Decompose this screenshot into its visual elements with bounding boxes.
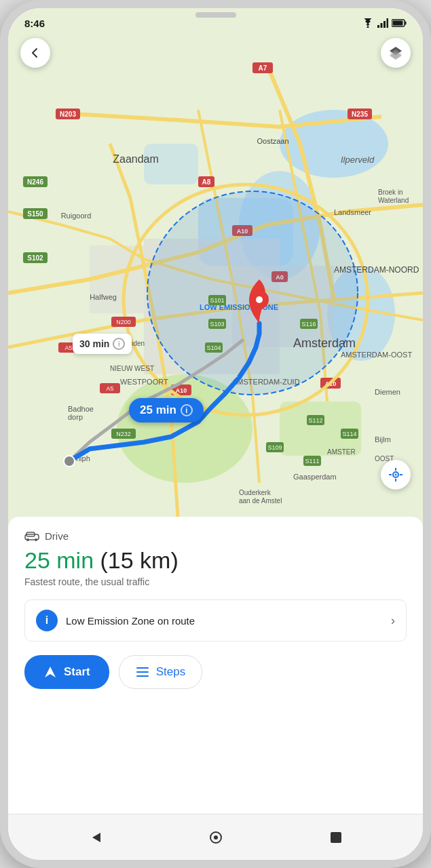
svg-text:Zaandam: Zaandam bbox=[113, 153, 159, 165]
phone-frame: 8:46 bbox=[0, 0, 431, 868]
main-route-bubble[interactable]: 25 min i bbox=[129, 398, 204, 422]
svg-text:S104: S104 bbox=[206, 344, 221, 351]
nav-recents-button[interactable] bbox=[322, 824, 350, 851]
map-layers-button[interactable] bbox=[381, 38, 411, 68]
top-speaker bbox=[195, 12, 236, 18]
svg-point-95 bbox=[256, 296, 263, 303]
svg-text:A8: A8 bbox=[202, 178, 211, 186]
route-description: Fastest route, the usual traffic bbox=[24, 576, 407, 587]
status-icons bbox=[362, 18, 407, 28]
svg-rect-1 bbox=[377, 25, 379, 28]
svg-text:NIEUW WEST: NIEUW WEST bbox=[110, 365, 154, 372]
battery-icon bbox=[392, 19, 407, 27]
svg-rect-116 bbox=[331, 832, 341, 843]
map-svg: N203 A7 N235 A8 A10 A0 A10 A10 bbox=[8, 8, 423, 530]
nav-back-button[interactable] bbox=[82, 824, 109, 851]
svg-text:S109: S109 bbox=[267, 444, 282, 451]
svg-text:AMSTER: AMSTER bbox=[327, 448, 356, 456]
svg-point-108 bbox=[35, 538, 37, 541]
svg-text:Broek in: Broek in bbox=[378, 189, 403, 196]
svg-text:A7: A7 bbox=[259, 64, 267, 72]
svg-text:Waterland: Waterland bbox=[378, 197, 409, 204]
svg-text:Halfweg: Halfweg bbox=[90, 293, 117, 301]
svg-text:aan de Amstel: aan de Amstel bbox=[239, 497, 282, 505]
start-button[interactable]: Start bbox=[24, 655, 109, 689]
svg-text:Gaasperdam: Gaasperdam bbox=[293, 473, 337, 481]
svg-text:S103: S103 bbox=[210, 321, 224, 328]
svg-text:S116: S116 bbox=[301, 321, 316, 328]
svg-rect-4 bbox=[387, 18, 389, 28]
svg-text:N235: N235 bbox=[352, 111, 368, 118]
svg-text:AMSTERDAM-OOST: AMSTERDAM-OOST bbox=[341, 351, 412, 359]
svg-text:Diemen: Diemen bbox=[375, 388, 400, 396]
route-duration-time: 25 min bbox=[24, 547, 94, 573]
svg-marker-113 bbox=[92, 833, 100, 842]
svg-rect-2 bbox=[381, 23, 383, 28]
svg-text:WESTPOORT: WESTPOORT bbox=[120, 378, 168, 386]
status-time: 8:46 bbox=[24, 18, 45, 29]
steps-button[interactable]: Steps bbox=[119, 655, 202, 689]
nav-home-button[interactable] bbox=[202, 824, 229, 851]
svg-text:A5: A5 bbox=[106, 385, 113, 392]
nav-bar bbox=[8, 814, 423, 860]
svg-text:Amsterdam: Amsterdam bbox=[293, 336, 356, 350]
alt-route-bubble[interactable]: 30 min i bbox=[73, 334, 132, 354]
bottom-panel: Drive 25 min (15 km) Fastest route, the … bbox=[8, 517, 423, 860]
svg-rect-7 bbox=[405, 22, 407, 25]
map-background: N203 A7 N235 A8 A10 A0 A10 A10 bbox=[8, 8, 423, 530]
alt-route-time: 30 min bbox=[79, 338, 109, 349]
svg-text:S111: S111 bbox=[305, 458, 319, 465]
route-duration-distance: (15 km) bbox=[100, 547, 179, 573]
svg-point-100 bbox=[395, 474, 397, 476]
svg-text:S102: S102 bbox=[27, 254, 43, 262]
svg-point-115 bbox=[214, 835, 218, 840]
svg-text:N232: N232 bbox=[116, 431, 131, 437]
svg-text:dorp: dorp bbox=[68, 413, 83, 421]
lez-left: i Low Emission Zone on route bbox=[36, 610, 195, 631]
map-container: N203 A7 N235 A8 A10 A0 A10 A10 bbox=[8, 8, 423, 530]
route-duration-row: 25 min (15 km) bbox=[24, 547, 407, 574]
drive-text: Drive bbox=[45, 530, 69, 542]
svg-point-107 bbox=[26, 538, 29, 541]
map-back-button[interactable] bbox=[20, 38, 50, 68]
svg-text:S114: S114 bbox=[342, 431, 356, 437]
navigation-icon bbox=[43, 665, 57, 679]
drive-label-row: Drive bbox=[24, 530, 407, 542]
action-buttons-row: Start Steps bbox=[24, 655, 407, 700]
svg-point-93 bbox=[64, 456, 75, 467]
main-route-time: 25 min bbox=[140, 403, 176, 417]
svg-text:Ruigoord: Ruigoord bbox=[61, 212, 92, 220]
svg-text:Ilperveld: Ilperveld bbox=[341, 155, 375, 165]
svg-text:AMSTERDAM-NOORD: AMSTERDAM-NOORD bbox=[334, 265, 419, 275]
svg-point-0 bbox=[367, 26, 369, 28]
map-locate-button[interactable] bbox=[381, 460, 411, 490]
svg-text:N200: N200 bbox=[116, 319, 131, 326]
svg-text:Oostzaan: Oostzaan bbox=[257, 137, 288, 145]
svg-text:Bijlm: Bijlm bbox=[375, 435, 391, 443]
svg-text:Badhoe: Badhoe bbox=[68, 405, 94, 413]
svg-marker-109 bbox=[45, 667, 56, 677]
lez-banner-text: Low Emission Zone on route bbox=[66, 615, 195, 627]
steps-icon bbox=[136, 667, 149, 677]
wifi-icon bbox=[362, 18, 374, 28]
svg-rect-3 bbox=[383, 21, 386, 28]
lez-chevron-icon: › bbox=[391, 614, 395, 628]
svg-text:AMSTERDAM-ZUID: AMSTERDAM-ZUID bbox=[232, 378, 300, 386]
lez-banner[interactable]: i Low Emission Zone on route › bbox=[24, 599, 407, 642]
svg-rect-6 bbox=[393, 21, 403, 26]
svg-text:A10: A10 bbox=[176, 387, 187, 394]
lez-info-icon: i bbox=[36, 610, 58, 631]
signal-icon bbox=[377, 18, 388, 28]
svg-text:S112: S112 bbox=[308, 417, 322, 424]
svg-text:N246: N246 bbox=[27, 178, 43, 186]
svg-text:N203: N203 bbox=[60, 111, 76, 118]
svg-text:S101: S101 bbox=[210, 297, 224, 304]
svg-text:Ouderkerk: Ouderkerk bbox=[239, 489, 271, 496]
svg-text:A5: A5 bbox=[64, 344, 72, 351]
svg-text:S150: S150 bbox=[27, 210, 43, 218]
drive-icon bbox=[24, 531, 39, 542]
svg-text:Landsmeer: Landsmeer bbox=[334, 208, 371, 216]
phone-screen: 8:46 bbox=[8, 8, 423, 860]
